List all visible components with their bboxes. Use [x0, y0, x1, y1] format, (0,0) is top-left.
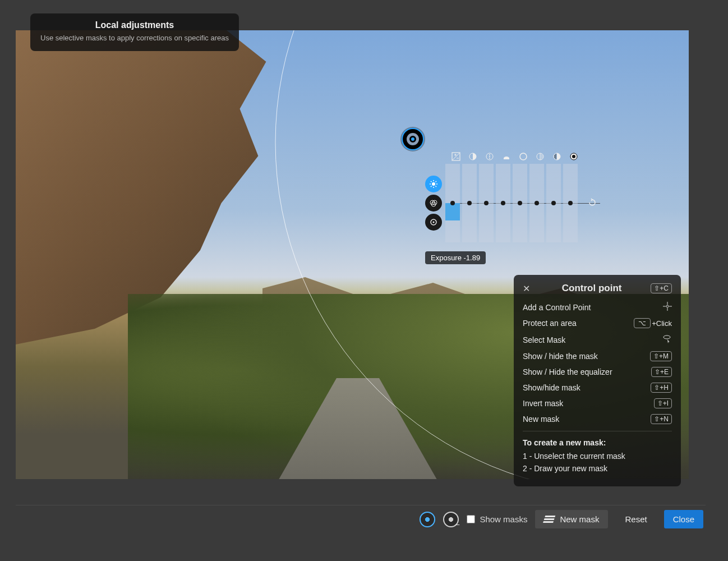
- tooltip-subtitle: Use selective masks to apply corrections…: [40, 34, 229, 42]
- help-title-shortcut: ⇧+C: [651, 283, 672, 293]
- equalizer-sliders: [445, 164, 578, 242]
- show-masks-label: Show masks: [480, 514, 527, 524]
- highlights-icon: [518, 151, 528, 162]
- equalizer-tabs: [425, 176, 442, 231]
- help-separator: [523, 431, 672, 431]
- equalizer-tab-light[interactable]: [425, 176, 442, 192]
- shadows-icon: [552, 151, 562, 162]
- control-point-help-panel: ✕ Control point ⇧+C Add a Control Point …: [514, 275, 681, 486]
- help-row-invert-mask: Invert mask ⇧+I: [523, 398, 672, 408]
- svg-line-20: [436, 181, 437, 182]
- svg-point-3: [489, 154, 490, 155]
- help-row-show-hide-equalizer: Show / Hide the equalizer ⇧+E: [523, 367, 672, 377]
- help-instruction-2: 2 - Draw your new mask: [523, 464, 672, 473]
- layers-icon: [543, 516, 556, 523]
- clearview-icon: [501, 151, 512, 162]
- help-instruction-1: 1 - Unselect the current mask: [523, 452, 672, 461]
- tooltip-title: Local adjustments: [40, 20, 229, 30]
- help-shortcut-list: Add a Control Point Protect an area ⌥ +C…: [523, 302, 672, 424]
- equalizer-slider-blacks[interactable]: [563, 164, 578, 242]
- equalizer-slider-clearview[interactable]: [496, 164, 510, 242]
- svg-point-6: [520, 153, 527, 160]
- close-button[interactable]: Close: [664, 510, 703, 528]
- target-icon: [663, 302, 672, 312]
- svg-point-25: [433, 222, 435, 223]
- contrast-icon: [468, 151, 478, 162]
- lasso-cursor-icon: [662, 334, 672, 346]
- exposure-icon: [451, 151, 461, 162]
- help-row-show-hide-mask-h: Show/hide mask ⇧+H: [523, 383, 672, 393]
- help-panel-title: Control point: [533, 283, 651, 294]
- svg-line-18: [436, 186, 437, 187]
- control-point-tool-button[interactable]: [420, 512, 435, 527]
- help-row-new-mask: New mask ⇧+N: [523, 414, 672, 424]
- equalizer-slider-exposure[interactable]: [445, 164, 460, 242]
- help-row-add-control-point: Add a Control Point: [523, 302, 672, 312]
- svg-point-11: [572, 155, 575, 158]
- local-adjustments-tooltip: Local adjustments Use selective masks to…: [30, 13, 239, 51]
- equalizer-tab-detail[interactable]: [425, 214, 442, 231]
- negative-control-point-tool-button[interactable]: [443, 512, 459, 527]
- plus-click-text: +Click: [652, 319, 672, 328]
- equalizer-header-icons: [451, 151, 605, 162]
- close-label: Close: [673, 514, 694, 524]
- option-key-icon: ⌥: [634, 318, 651, 328]
- close-icon[interactable]: ✕: [523, 283, 533, 293]
- equalizer-slider-microcontrast[interactable]: [479, 164, 494, 242]
- equalizer-slider-shadows[interactable]: [546, 164, 561, 242]
- control-point-marker[interactable]: [402, 128, 424, 150]
- control-point-center-icon: [409, 136, 416, 142]
- equalizer-slider-midtones[interactable]: [529, 164, 544, 242]
- show-masks-checkbox-input[interactable]: [467, 515, 475, 523]
- new-mask-button[interactable]: New mask: [535, 510, 608, 528]
- equalizer-slider-contrast[interactable]: [462, 164, 477, 242]
- reset-label: Reset: [625, 514, 647, 524]
- equalizer-readout: Exposure -1.89: [425, 251, 486, 264]
- svg-line-19: [431, 186, 432, 187]
- reset-button[interactable]: Reset: [616, 510, 656, 528]
- equalizer-panel: Exposure -1.89: [425, 151, 605, 242]
- midtones-icon: [535, 151, 545, 162]
- microcontrast-icon: [485, 151, 495, 162]
- blacks-icon: [569, 151, 579, 162]
- help-row-show-hide-mask: Show / hide the mask ⇧+M: [523, 351, 672, 361]
- help-row-select-mask: Select Mask: [523, 334, 672, 346]
- svg-point-26: [666, 305, 669, 307]
- new-mask-label: New mask: [560, 514, 599, 524]
- help-instructions-title: To create a new mask:: [523, 438, 672, 447]
- svg-point-5: [489, 158, 490, 159]
- show-masks-checkbox[interactable]: Show masks: [467, 514, 527, 524]
- svg-line-17: [431, 181, 432, 182]
- equalizer-slider-highlights[interactable]: [513, 164, 527, 242]
- svg-point-4: [489, 156, 490, 157]
- help-row-protect-area: Protect an area ⌥ +Click: [523, 318, 672, 328]
- equalizer-tab-color[interactable]: [425, 195, 442, 211]
- equalizer-reset-icon[interactable]: [588, 198, 598, 208]
- bottom-toolbar: Show masks New mask Reset Close: [16, 505, 706, 533]
- svg-point-12: [432, 182, 435, 186]
